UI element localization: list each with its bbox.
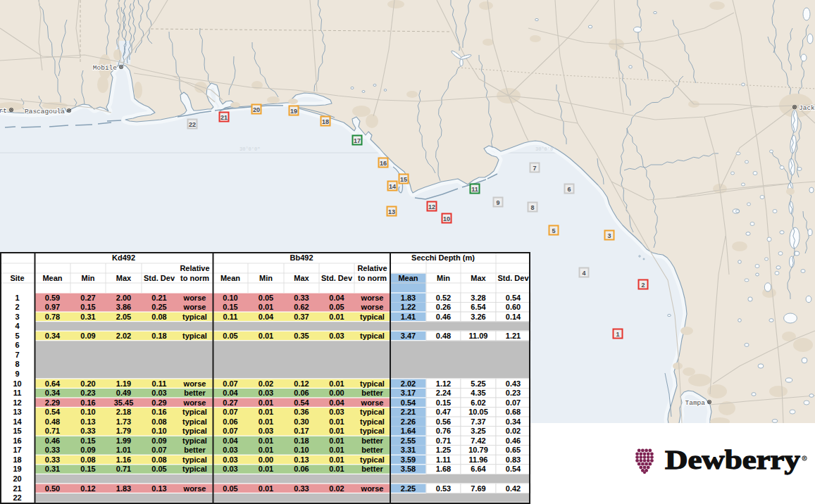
svg-text:2.29: 2.29 [45,398,60,407]
svg-text:35.45: 35.45 [114,398,134,407]
svg-text:0.78: 0.78 [45,313,60,321]
svg-text:0.56: 0.56 [436,417,451,426]
svg-text:0.34: 0.34 [45,332,61,340]
svg-text:2.02: 2.02 [401,379,416,388]
svg-text:0.18: 0.18 [294,436,309,445]
svg-text:0.33: 0.33 [80,427,95,435]
svg-text:12: 12 [428,203,435,210]
svg-text:1.25: 1.25 [436,446,451,454]
svg-text:0.18: 0.18 [151,332,166,340]
svg-text:0.27: 0.27 [223,398,237,407]
svg-text:11: 11 [471,186,478,193]
svg-text:Max: Max [471,274,486,282]
svg-text:0.16: 0.16 [151,408,166,416]
svg-text:3.17: 3.17 [401,389,416,397]
svg-text:0.07: 0.07 [223,408,237,416]
svg-text:0.46: 0.46 [506,436,521,445]
svg-text:0.03: 0.03 [223,446,237,454]
svg-text:0.05: 0.05 [259,294,273,302]
svg-text:0.01: 0.01 [259,465,273,473]
svg-text:0.71: 0.71 [45,427,60,435]
svg-text:3.26: 3.26 [471,313,485,321]
svg-text:12: 12 [13,398,21,407]
svg-text:0.11: 0.11 [152,379,167,388]
svg-text:0.01: 0.01 [259,484,273,493]
svg-text:better: better [361,446,383,454]
svg-text:7: 7 [15,351,19,359]
svg-text:0.10: 0.10 [151,427,166,435]
svg-text:Std. Dev: Std. Dev [497,274,529,282]
svg-text:0.49: 0.49 [116,389,131,397]
svg-text:3.47: 3.47 [401,332,416,340]
svg-text:1: 1 [616,331,619,338]
svg-text:Min: Min [437,274,450,282]
svg-text:30°0′0″: 30°0′0″ [535,146,556,152]
svg-text:17: 17 [354,137,361,144]
svg-text:4.35: 4.35 [471,389,485,397]
svg-text:0.12: 0.12 [294,379,309,388]
svg-text:14: 14 [389,183,396,190]
svg-text:0.23: 0.23 [80,389,95,397]
svg-text:Max: Max [116,274,132,282]
svg-text:0.50: 0.50 [45,484,60,493]
svg-text:0.48: 0.48 [436,332,451,340]
svg-text:0.10: 0.10 [80,408,95,416]
svg-text:13: 13 [388,208,395,215]
svg-text:0.33: 0.33 [45,446,60,454]
svg-text:3.28: 3.28 [471,294,485,302]
svg-text:3.25: 3.25 [471,427,485,435]
svg-text:0.09: 0.09 [80,446,95,454]
svg-text:1.83: 1.83 [116,484,131,493]
svg-text:2.26: 2.26 [401,417,416,426]
svg-text:0.05: 0.05 [329,303,344,311]
svg-text:0.01: 0.01 [259,436,273,445]
svg-text:4: 4 [582,270,585,277]
svg-text:0.46: 0.46 [436,313,451,321]
svg-text:0.08: 0.08 [151,313,166,321]
svg-text:0.29: 0.29 [151,398,166,407]
svg-text:22: 22 [189,121,196,128]
svg-text:0.33: 0.33 [294,294,309,302]
svg-text:typical: typical [182,455,207,464]
svg-text:Mean: Mean [42,274,62,282]
svg-text:19: 19 [13,465,21,473]
svg-text:0.10: 0.10 [223,294,237,302]
svg-text:0.04: 0.04 [259,313,274,321]
svg-text:Site: Site [10,274,24,282]
svg-text:2.02: 2.02 [116,332,131,340]
svg-text:typical: typical [182,465,207,473]
svg-text:0.52: 0.52 [436,294,451,302]
svg-text:1.21: 1.21 [506,332,521,340]
svg-text:0.21: 0.21 [151,294,166,302]
svg-text:worse: worse [183,398,206,407]
svg-text:0.01: 0.01 [329,455,344,464]
svg-text:0.04: 0.04 [223,436,238,445]
svg-text:Secchi Depth (m): Secchi Depth (m) [411,253,475,262]
svg-text:0.01: 0.01 [329,436,344,445]
svg-text:typical: typical [182,427,207,435]
svg-text:0.54: 0.54 [506,294,521,302]
svg-text:1.79: 1.79 [116,427,131,435]
svg-text:0.34: 0.34 [506,417,521,426]
svg-text:16: 16 [380,160,387,167]
svg-text:worse: worse [361,294,384,302]
svg-text:0.08: 0.08 [80,455,95,464]
svg-text:0.01: 0.01 [329,379,344,388]
svg-text:0.06: 0.06 [223,417,237,426]
svg-text:0.06: 0.06 [294,389,309,397]
svg-text:0.00: 0.00 [329,389,344,397]
svg-text:3.59: 3.59 [401,455,416,464]
svg-text:6.54: 6.54 [471,303,486,311]
svg-text:14: 14 [13,417,22,426]
svg-text:2.25: 2.25 [401,484,416,493]
svg-text:Bb492: Bb492 [290,253,313,262]
svg-text:0.25: 0.25 [151,303,166,311]
svg-text:0.54: 0.54 [294,398,309,407]
svg-text:0.06: 0.06 [294,465,309,473]
svg-text:0.03: 0.03 [329,332,344,340]
svg-text:21: 21 [220,114,228,121]
svg-text:worse: worse [361,398,384,407]
svg-text:typical: typical [360,417,385,426]
svg-text:typical: typical [360,332,385,340]
svg-text:0.02: 0.02 [329,484,344,493]
